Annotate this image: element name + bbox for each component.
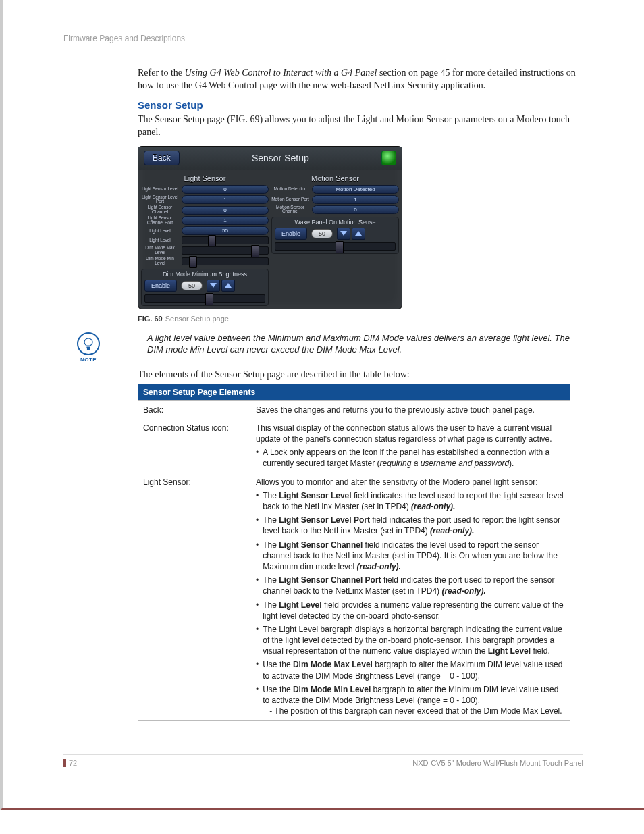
light-sensor-channel-label: Light Sensor Channel [141,205,179,215]
intro-text-1: Refer to the [138,68,185,78]
intro-italic: Using G4 Web Control to Interact with a … [185,68,377,78]
row-desc: This visual display of the connection st… [250,419,570,473]
motion-detection-label: Motion Detection [271,187,309,192]
bullet-mid: field. [531,646,550,656]
light-level-label: Light Level [141,229,179,234]
light-sensor-level-value: 0 [182,185,269,194]
motion-sensor-channel-label: Motion Sensor Channel [271,205,309,215]
wake-enable-button[interactable]: Enable [275,228,307,240]
bullet-item: The Light Sensor Level Port field indica… [256,515,564,536]
bullet-item: A Lock only appears on the icon if the p… [256,447,564,469]
bullet-bold: Dim Mode Min Level [293,685,371,694]
note-label: NOTE [77,357,100,363]
dim-mode-title: Dim Mode Minimum Brightness [144,271,265,278]
section-body: The Sensor Setup page (FIG. 69) allows y… [138,113,583,139]
bullet-item: The Light Sensor Channel field indicates… [256,540,564,573]
motion-sensor-channel-value: 0 [312,205,399,214]
light-sensor-channel-port-value: 1 [182,216,269,225]
dim-mode-min-brightness-panel: Dim Mode Minimum Brightness Enable 50 [141,269,269,306]
dim-max-level-bargraph[interactable] [182,246,269,255]
bullet-bold: Light Level [488,646,531,656]
bullet-readonly: (read-only). [430,526,474,536]
bullet-pre: The [263,515,279,525]
bullet-subnote: - The position of this bargraph can neve… [269,706,564,716]
light-sensor-heading: Light Sensor [141,173,269,184]
bullet-bold: Light Sensor Channel [279,540,363,550]
row-desc: Allows you to monitor and alter the sens… [250,473,570,721]
intro-paragraph: Refer to the Using G4 Web Control to Int… [138,67,583,93]
section-title: Sensor Setup [138,99,583,111]
row-desc-text: This visual display of the connection st… [256,423,564,444]
table-lead-text: The elements of the Sensor Setup page ar… [138,369,583,380]
page-number: 72 [63,759,77,767]
bullet-bold: Dim Mode Max Level [293,660,373,669]
light-sensor-channel-port-label: Light Sensor Channel Port [141,216,179,226]
light-sensor-channel-value: 0 [182,206,269,215]
dim-up-arrow-icon[interactable] [221,280,235,292]
wake-value: 50 [311,229,333,238]
bullet-bold: Light Sensor Channel Port [279,575,381,585]
bullet-item: Use the Dim Mode Min Level bargraph to a… [256,684,564,717]
bullet-item: The Light Sensor Level field indicates t… [256,490,564,512]
bullet-readonly: (read-only). [441,586,485,596]
light-level-bar-label: Light Level [141,238,179,243]
row-label: Back: [138,400,250,419]
bullet-pre: The [263,491,279,500]
table-row: Light Sensor: Allows you to monitor and … [138,473,570,721]
motion-sensor-heading: Motion Sensor [271,173,399,184]
bullet-item: The Light Sensor Channel Port field indi… [256,575,564,596]
bullet-pre: Use the [263,660,293,669]
motion-detection-value: Motion Detected [312,185,399,194]
dim-min-level-bargraph[interactable] [182,257,269,265]
dim-down-arrow-icon[interactable] [207,280,220,292]
bullet-bold: Light Sensor Level Port [279,515,370,525]
bullet-pre: The [263,600,279,610]
connection-status-icon [381,151,396,165]
row-label: Light Sensor: [138,473,250,721]
elements-table: Sensor Setup Page Elements Back: Saves t… [138,384,570,721]
wake-panel-section: Wake Panel On Motion Sense Enable 50 [271,217,399,254]
footer-model: NXD-CV5 5" Modero Wall/Flush Mount Touch… [412,759,583,767]
motion-sensor-port-label: Motion Sensor Port [271,197,309,202]
light-level-bargraph [182,236,269,244]
lightbulb-icon [77,332,100,355]
dim-enable-button[interactable]: Enable [144,280,177,292]
bullet-item: The Light Level field provides a numeric… [256,600,564,621]
row-desc: Saves the changes and returns you to the… [250,400,570,419]
running-header: Firmware Pages and Descriptions [63,34,583,43]
bullet-bold: Light Level [279,600,321,610]
dim-brightness-bargraph[interactable] [144,294,265,303]
figure-caption: FIG. 69Sensor Setup page [138,315,583,323]
wake-up-arrow-icon[interactable] [352,228,365,240]
note-icon-block: NOTE [77,332,100,363]
bullet-item: Use the Dim Mode Max Level bargraph to a… [256,659,564,681]
motion-sensor-port-value: 1 [312,195,399,204]
row-label: Connection Status icon: [138,419,250,473]
light-sensor-level-label: Light Sensor Level [141,187,179,192]
row-desc-text: Allows you to monitor and alter the sens… [256,477,564,488]
table-title: Sensor Setup Page Elements [138,384,570,401]
back-button[interactable]: Back [144,151,180,165]
panel-title: Sensor Setup [180,153,381,163]
light-sensor-level-port-value: 1 [182,195,269,204]
bullet-bold: Light Sensor Level [279,491,351,500]
bullet-text-end: ). [509,459,514,468]
dim-min-level-label: Dim Mode Min Level [141,257,179,266]
dim-max-level-label: Dim Mode Max Level [141,246,179,255]
figure-label: Sensor Setup page [165,315,229,323]
light-level-value: 55 [182,226,269,235]
light-sensor-level-port-label: Light Sensor Level Port [141,195,179,205]
note-text: A light level value between the Minimum … [147,332,583,356]
bullet-readonly: (read-only). [411,502,455,511]
table-row: Back: Saves the changes and returns you … [138,400,570,419]
bullet-italic: requiring a username and password [380,459,509,468]
wake-panel-title: Wake Panel On Motion Sense [275,219,396,226]
sensor-setup-panel: Back Sensor Setup Light Sensor Light Sen… [138,146,402,309]
bullet-item: The Light Level bargraph displays a hori… [256,624,564,657]
wake-down-arrow-icon[interactable] [337,228,350,240]
table-row: Connection Status icon: This visual disp… [138,419,570,473]
bullet-pre: The [263,540,279,550]
dim-value: 50 [181,281,203,290]
wake-bargraph[interactable] [275,242,396,251]
bullet-readonly: (read-only). [357,562,401,571]
